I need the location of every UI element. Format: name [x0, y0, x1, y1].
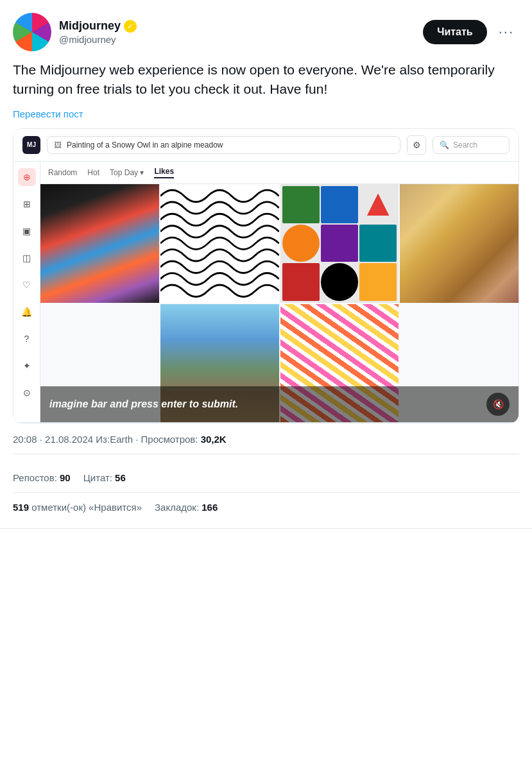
user-handle[interactable]: @midjourney — [59, 34, 137, 45]
meta-separator: · — [40, 434, 45, 445]
tweet-text: The Midjourney web experience is now ope… — [13, 60, 519, 99]
tab-random[interactable]: Random — [48, 168, 77, 177]
translate-link[interactable]: Перевести пост — [13, 108, 519, 119]
verified-badge-icon: ✓ — [124, 20, 137, 33]
tweet-likes-row: 519 отметки(-ок) «Нравится» Закладок: 16… — [13, 502, 519, 518]
tweet-stats: Репостов: 90 Цитат: 56 — [13, 463, 519, 493]
sidebar-icon-home[interactable]: ⊕ — [18, 168, 36, 186]
mj-tabs: Random Hot Top Day ▾ Likes — [40, 162, 519, 184]
user-info: Midjourney ✓ @midjourney — [59, 19, 137, 45]
grid-item-metallic[interactable] — [400, 184, 519, 303]
tweet-header: Midjourney ✓ @midjourney Читать ··· — [13, 13, 519, 51]
sidebar-icon-help[interactable]: ? — [18, 330, 36, 348]
tweet-date: 21.08.2024 — [45, 434, 93, 445]
sidebar-icon-chat[interactable]: ◫ — [18, 249, 36, 267]
grid-item-wave[interactable] — [160, 184, 279, 303]
tweet-source: Из:Earth — [96, 434, 133, 445]
meta-separator3: · — [135, 434, 141, 445]
likes-label-text: отметки(-ок) «Нравится» — [31, 502, 142, 513]
mj-filter-button[interactable]: ⚙ — [407, 135, 426, 155]
user-name-row: Midjourney ✓ — [59, 19, 137, 33]
views-count: 30,2K — [201, 434, 227, 445]
bookmarks-stat: Закладок: 166 — [155, 502, 218, 513]
sidebar-icon-user[interactable]: ⊙ — [18, 384, 36, 402]
sidebar-icon-like[interactable]: ♡ — [18, 276, 36, 294]
follow-button[interactable]: Читать — [423, 20, 486, 44]
tweet-meta: 20:08 · 21.08.2024 Из:Earth · Просмотров… — [13, 434, 519, 454]
tab-likes[interactable]: Likes — [154, 167, 174, 178]
tweet-card: Midjourney ✓ @midjourney Читать ··· The … — [0, 0, 532, 529]
mj-sidebar: ⊕ ⊞ ▣ ◫ ♡ 🔔 ? ✦ ⊙ — [13, 162, 40, 423]
mj-ui-container: MJ 🖼 Painting of a Snowy Owl in an alpin… — [13, 129, 519, 424]
bookmarks-label: Закладок: — [155, 502, 199, 513]
mj-prompt-text: Painting of a Snowy Owl in an alpine mea… — [67, 141, 393, 150]
image-icon: 🖼 — [54, 141, 62, 150]
bookmarks-count: 166 — [202, 502, 218, 513]
tweet-header-left: Midjourney ✓ @midjourney — [13, 13, 137, 51]
mj-search-field[interactable]: 🔍 Search — [433, 136, 510, 154]
user-name[interactable]: Midjourney — [59, 19, 121, 33]
mj-main: Random Hot Top Day ▾ Likes — [40, 162, 519, 423]
quotes-label: Цитат: 56 — [83, 472, 126, 483]
tab-hot[interactable]: Hot — [87, 168, 99, 177]
grid-item-shapes[interactable] — [280, 184, 399, 303]
overlay-text: imagine bar and press enter to submit. — [49, 398, 238, 410]
more-button[interactable]: ··· — [493, 21, 519, 43]
tweet-header-right: Читать ··· — [423, 20, 519, 44]
sidebar-icon-settings[interactable]: ✦ — [18, 357, 36, 375]
mj-toolbar: MJ 🖼 Painting of a Snowy Owl in an alpin… — [13, 129, 519, 162]
media-embed: MJ 🖼 Painting of a Snowy Owl in an alpin… — [13, 128, 519, 424]
reposts-label: Репостов: 90 — [13, 472, 71, 483]
quotes-count: 56 — [115, 472, 126, 483]
mj-overlay: imagine bar and press enter to submit. 🔇 — [40, 386, 519, 422]
likes-count: 519 — [13, 502, 29, 513]
mj-content: ⊕ ⊞ ▣ ◫ ♡ 🔔 ? ✦ ⊙ Random Hot Top — [13, 162, 519, 423]
tweet-time: 20:08 — [13, 434, 37, 445]
views-label: Просмотров: — [141, 434, 198, 445]
mj-search-label: Search — [453, 141, 477, 150]
tab-top-day[interactable]: Top Day ▾ — [110, 168, 144, 177]
sidebar-icon-image[interactable]: ▣ — [18, 222, 36, 240]
mj-prompt-bar[interactable]: 🖼 Painting of a Snowy Owl in an alpine m… — [47, 136, 400, 154]
avatar[interactable] — [13, 13, 51, 51]
grid-item-face[interactable] — [40, 184, 159, 303]
search-icon: 🔍 — [440, 141, 449, 150]
mj-logo: MJ — [22, 136, 40, 154]
sidebar-icon-bell[interactable]: 🔔 — [18, 303, 36, 321]
reposts-count: 90 — [60, 472, 71, 483]
likes-stat: 519 отметки(-ок) «Нравится» — [13, 502, 142, 513]
mute-button[interactable]: 🔇 — [486, 393, 510, 416]
sidebar-icon-grid[interactable]: ⊞ — [18, 195, 36, 213]
